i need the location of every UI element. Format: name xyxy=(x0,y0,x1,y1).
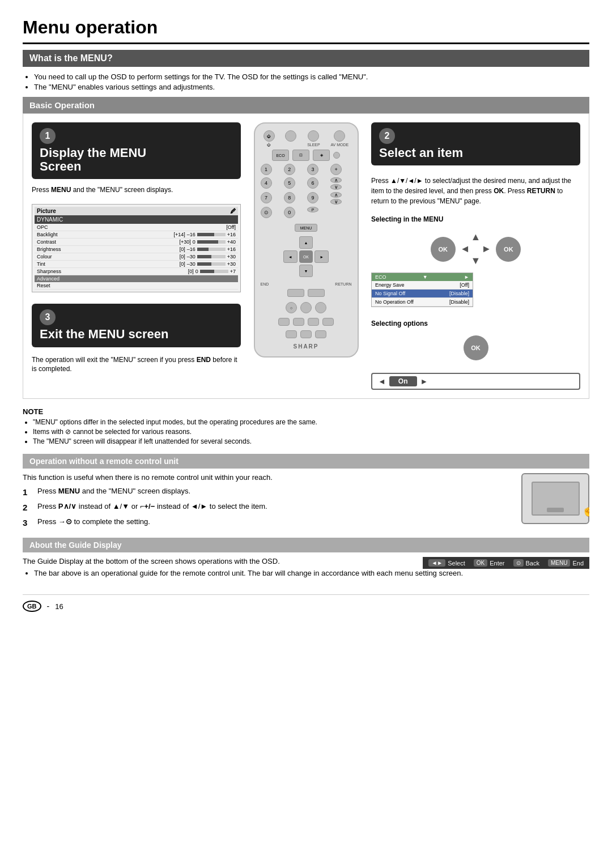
mute-button[interactable] xyxy=(333,152,340,159)
page-number: 16 xyxy=(55,602,63,611)
ch-up[interactable]: ∧ xyxy=(330,192,342,198)
guide-item-select: ◄► Select xyxy=(428,559,465,567)
extra-row3 xyxy=(261,330,352,338)
return-button[interactable] xyxy=(308,289,325,297)
ok-btn-left[interactable]: OK xyxy=(431,237,456,262)
up-button[interactable]: ▲ xyxy=(299,236,313,249)
options-ok-btn[interactable]: OK xyxy=(464,335,488,360)
view-button[interactable]: ⊡ xyxy=(292,150,309,161)
btn-b[interactable] xyxy=(300,302,312,313)
sleep-button[interactable] xyxy=(308,130,319,142)
num0[interactable]: 0 xyxy=(284,207,295,218)
note-item-1: "MENU" options differ in the selected in… xyxy=(33,418,589,426)
end-label: END xyxy=(261,282,269,286)
btn-c[interactable] xyxy=(315,302,326,313)
osd-tint: Tint [0] –30 +30 xyxy=(35,261,238,268)
op-step-1: 1 Press MENU and the "MENU" screen displ… xyxy=(23,486,513,498)
eco-button[interactable]: ECO xyxy=(272,150,289,161)
num6[interactable]: 6 xyxy=(307,177,318,189)
guide-item-end: MENU End xyxy=(548,559,584,567)
num8[interactable]: 8 xyxy=(284,192,295,203)
num4[interactable]: 4 xyxy=(261,177,272,189)
btn-f[interactable] xyxy=(308,318,319,326)
num2[interactable]: 2 xyxy=(284,164,295,175)
num9[interactable]: 9 xyxy=(307,192,318,203)
input-button[interactable] xyxy=(285,130,296,142)
step3-title: Exit the MENU screen xyxy=(40,327,233,341)
dash-btn[interactable]: ⊙ xyxy=(261,207,272,218)
selecting-menu-label: Selecting in the MENU xyxy=(371,215,580,223)
options-value: On xyxy=(389,376,417,386)
operation-without-remote-header: Operation without a remote control unit xyxy=(23,454,589,469)
vol-up[interactable]: ∧ xyxy=(330,177,342,183)
num3[interactable]: 3 xyxy=(307,164,318,175)
guide-item-back: ⊙ Back xyxy=(513,559,539,567)
btn-d[interactable] xyxy=(278,318,290,326)
right-button[interactable]: ► xyxy=(314,250,329,263)
mini-menu-row-2: No Signal Off [Disable] xyxy=(372,290,473,298)
note-item-2: Items with ⊘ cannot be selected for vari… xyxy=(33,428,589,436)
step1-desc: Press MENU and the "MENU" screen display… xyxy=(32,185,241,195)
btn-e[interactable] xyxy=(293,318,304,326)
btn-a[interactable]: ○ xyxy=(286,302,297,313)
guide-display-section: About the Guide Display ◄► Select OK Ent… xyxy=(23,538,589,583)
note-section: NOTE "MENU" options differ in the select… xyxy=(23,407,589,445)
remote-top-row: ⏻ ⏻ SLEEP AV MODE xyxy=(261,130,352,147)
step1-title: Display the MENUScreen xyxy=(40,146,233,173)
up-arrow: ▲ xyxy=(471,231,481,243)
mini-menu: ECO ▼ ► Energy Save [Off] No Signal Off … xyxy=(371,273,473,307)
left-button[interactable]: ◄ xyxy=(283,250,298,263)
btn-j[interactable] xyxy=(315,330,326,338)
osd-backlight: Backlight [+14] –16 +16 xyxy=(35,231,238,239)
op-step-2: 2 Press P∧/∨ instead of ▲/▼ or ⌐+/− inst… xyxy=(23,501,513,513)
ch-down[interactable]: ∨ xyxy=(330,199,342,205)
guide-bullet-1: The bar above is an operational guide fo… xyxy=(34,569,589,577)
guide-bar: ◄► Select OK Enter ⊙ Back MENU End xyxy=(423,557,589,569)
step3-box: 3 Exit the MENU screen xyxy=(32,304,241,347)
p-col: P xyxy=(307,207,328,219)
down-button[interactable]: ▼ xyxy=(299,265,313,277)
osd-preview: Picture 🖉 DYNAMIC OPC [Off] Backlight [+… xyxy=(32,204,241,292)
num7[interactable]: 7 xyxy=(261,192,272,203)
avmode-button[interactable] xyxy=(334,130,345,142)
end-button[interactable] xyxy=(287,289,304,297)
vol-col: ∧ ∨ xyxy=(330,177,351,190)
bullet-1: You need to call up the OSD to perform s… xyxy=(34,73,589,81)
step1-box: 1 Display the MENUScreen xyxy=(32,122,241,179)
step2-title: Select an item xyxy=(379,146,572,160)
btn-g[interactable] xyxy=(322,318,334,326)
ok-btn-right[interactable]: OK xyxy=(496,237,521,262)
step2-box: 2 Select an item xyxy=(371,122,580,165)
menu-row: MENU xyxy=(261,224,352,232)
p-btn[interactable]: P xyxy=(307,207,318,212)
osd-contrast: Contrast [+30] 0 +40 xyxy=(35,239,238,246)
num5[interactable]: 5 xyxy=(284,177,295,189)
page-footer: GB - 16 xyxy=(23,594,589,612)
left-column: 1 Display the MENUScreen Press MENU and … xyxy=(32,122,241,390)
btn-h[interactable] xyxy=(286,330,297,338)
osd-colour: Colour [0] –30 +30 xyxy=(35,253,238,261)
num1[interactable]: 1 xyxy=(261,164,272,175)
guide-display-header: About the Guide Display xyxy=(23,538,589,552)
btn-i[interactable] xyxy=(300,330,312,338)
ok-button[interactable]: OK xyxy=(299,250,313,263)
power-button[interactable]: ⏻ xyxy=(264,130,275,142)
osd-title-row: Picture 🖉 xyxy=(35,207,238,215)
tv-stand xyxy=(547,508,564,512)
options-right-arrow: ► xyxy=(420,377,428,386)
selecting-menu-control: OK ▲ ◄ ► ▼ OK xyxy=(371,231,580,267)
num-plus[interactable]: + xyxy=(330,164,342,175)
extra-row1: ○ xyxy=(261,302,352,313)
down-arrow: ▼ xyxy=(471,255,481,267)
step1-number: 1 xyxy=(40,128,56,144)
vol-down[interactable]: ∨ xyxy=(330,184,342,190)
dpad: ▲ ◄ OK ► ▼ xyxy=(283,236,329,277)
end-return-row: END RETURN xyxy=(261,282,352,286)
remote-column: ⏻ ⏻ SLEEP AV MODE xyxy=(249,122,363,390)
menu-button[interactable]: MENU xyxy=(295,224,317,232)
osd-dynamic: DYNAMIC xyxy=(35,215,238,224)
mini-menu-row-3: No Operation Off [Disable] xyxy=(372,298,473,307)
audio-button[interactable]: ◈ xyxy=(313,150,330,161)
guide-display-bullets: The bar above is an operational guide fo… xyxy=(34,569,589,577)
what-is-menu-bullets: You need to call up the OSD to perform s… xyxy=(34,73,589,91)
